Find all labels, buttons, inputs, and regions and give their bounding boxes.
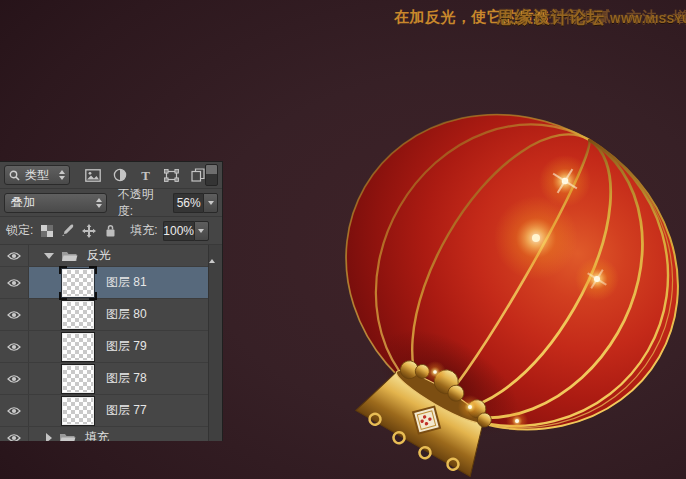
lock-all-icon[interactable] xyxy=(104,224,117,237)
blend-mode-stepper-icon xyxy=(92,198,102,208)
layer-name: 图层 79 xyxy=(106,338,147,355)
layer-thumbnail[interactable] xyxy=(62,301,94,329)
shape-layers-icon[interactable] xyxy=(164,169,179,182)
folder-icon xyxy=(61,250,78,262)
layer-list-scrollbar[interactable] xyxy=(208,245,222,441)
layer-thumbnail[interactable] xyxy=(62,397,94,425)
layers-panel: 类型 T xyxy=(0,161,223,441)
expander-icon[interactable] xyxy=(44,253,54,259)
fill-dropdown-button[interactable] xyxy=(194,221,209,241)
layer-thumbnail[interactable] xyxy=(62,333,94,361)
folder-icon xyxy=(59,432,76,442)
opacity-dropdown-button[interactable] xyxy=(203,193,218,213)
layers-filter-bar: 类型 T xyxy=(0,162,222,189)
collar-medallion xyxy=(413,407,440,434)
opacity-value-field[interactable]: 56% xyxy=(173,193,203,213)
blend-mode-value: 叠加 xyxy=(11,194,35,211)
layer-name: 图层 77 xyxy=(106,402,147,419)
visibility-toggle[interactable] xyxy=(0,299,29,330)
adjustment-layers-icon[interactable] xyxy=(113,168,127,182)
scroll-up-icon[interactable] xyxy=(209,245,215,263)
filter-toggle-switch[interactable] xyxy=(205,164,218,186)
visibility-toggle[interactable] xyxy=(0,267,29,298)
blend-mode-dropdown[interactable]: 叠加 xyxy=(4,193,107,213)
layer-row[interactable]: 图层 80 xyxy=(0,299,222,331)
layer-row[interactable]: 图层 77 xyxy=(0,395,222,427)
layer-row-body[interactable]: 图层 77 xyxy=(29,395,222,426)
eye-icon xyxy=(7,374,21,384)
eye-icon xyxy=(7,342,21,352)
layer-row-body[interactable]: 图层 81 xyxy=(29,267,222,298)
filter-kind-buttons: T xyxy=(85,168,205,182)
lock-buttons xyxy=(41,224,117,238)
filter-type-dropdown[interactable]: 类型 xyxy=(4,165,70,185)
group-name: 填充 xyxy=(85,429,109,441)
watermark-forum-name: 思缘设计论坛 xyxy=(497,6,605,29)
layer-name: 图层 80 xyxy=(106,306,147,323)
filter-type-label: 类型 xyxy=(25,167,49,184)
lock-label: 锁定: xyxy=(6,222,33,239)
layer-row[interactable]: 图层 81 xyxy=(0,267,222,299)
svg-text:T: T xyxy=(141,169,150,182)
layer-row-body[interactable]: 图层 80 xyxy=(29,299,222,330)
visibility-toggle[interactable] xyxy=(0,363,29,394)
blend-opacity-row: 叠加 不透明度: 56% xyxy=(0,189,222,217)
layer-name: 图层 78 xyxy=(106,370,147,387)
opacity-label: 不透明度: xyxy=(118,186,168,220)
eye-icon xyxy=(7,433,21,442)
expander-icon[interactable] xyxy=(46,433,52,442)
layer-group-row-partial[interactable]: 填充 xyxy=(0,427,222,441)
layer-row-body[interactable]: 图层 79 xyxy=(29,331,222,362)
lock-fill-row: 锁定: 填充: 100% xyxy=(0,217,222,245)
pixel-layers-icon[interactable] xyxy=(85,169,101,182)
lock-move-icon[interactable] xyxy=(82,224,96,238)
watermark-url: WWW.MISSYUAN.COM xyxy=(610,13,686,25)
visibility-toggle[interactable] xyxy=(0,427,29,441)
layer-name: 图层 81 xyxy=(106,274,147,291)
group-row-body[interactable]: 反光 xyxy=(29,245,222,266)
eye-icon xyxy=(7,310,21,320)
fill-label: 填充: xyxy=(130,222,157,239)
lock-transparency-icon[interactable] xyxy=(41,225,53,237)
filter-type-stepper-icon xyxy=(55,170,65,180)
layer-thumbnail[interactable] xyxy=(62,269,94,297)
visibility-toggle[interactable] xyxy=(0,395,29,426)
layer-row[interactable]: 图层 78 xyxy=(0,363,222,395)
site-watermark: 思缘设计论坛 WWW.MISSYUAN.COM xyxy=(497,6,686,29)
smart-object-icon[interactable] xyxy=(191,168,205,182)
visibility-toggle[interactable] xyxy=(0,245,29,266)
visibility-toggle[interactable] xyxy=(0,331,29,362)
group-row-body[interactable]: 填充 xyxy=(29,427,222,441)
type-layers-icon[interactable]: T xyxy=(139,169,152,182)
layer-list: 反光 图层 81 xyxy=(0,245,222,441)
fill-value-field[interactable]: 100% xyxy=(163,221,194,241)
photoshop-workspace: 在加反光，使它的质感变得细腻，方法：增加效果 思缘设计论坛 WWW.MISSYU… xyxy=(0,0,686,479)
layer-thumbnail[interactable] xyxy=(62,365,94,393)
layer-row[interactable]: 图层 79 xyxy=(0,331,222,363)
group-name: 反光 xyxy=(87,247,111,264)
eye-icon xyxy=(7,251,21,261)
lock-paint-icon[interactable] xyxy=(61,224,74,237)
search-icon xyxy=(9,170,20,181)
layer-row-body[interactable]: 图层 78 xyxy=(29,363,222,394)
layer-group-row[interactable]: 反光 xyxy=(0,245,222,267)
eye-icon xyxy=(7,406,21,416)
eye-icon xyxy=(7,278,21,288)
